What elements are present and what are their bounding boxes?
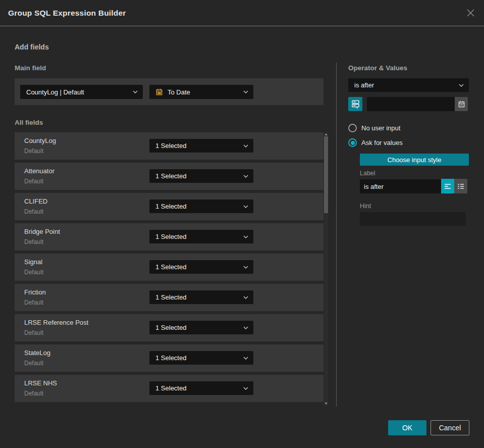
field-type: Default xyxy=(24,178,43,185)
field-type: Default xyxy=(24,147,43,155)
field-list-item: StateLog Default 1 Selected xyxy=(15,344,324,372)
value-input[interactable] xyxy=(367,97,455,111)
field-values-dropdown-value: 1 Selected xyxy=(155,172,186,180)
value-type-button[interactable] xyxy=(348,97,362,111)
field-values-dropdown[interactable]: 1 Selected xyxy=(149,321,253,334)
chevron-down-icon xyxy=(243,387,248,390)
field-list-item: Signal Default 1 Selected xyxy=(15,254,324,281)
field-values-dropdown[interactable]: 1 Selected xyxy=(149,169,253,183)
field-values-dropdown-value: 1 Selected xyxy=(155,354,186,362)
close-icon xyxy=(466,8,475,18)
field-values-dropdown[interactable]: 1 Selected xyxy=(149,200,253,213)
field-name: Attenuator xyxy=(24,167,55,175)
cancel-button[interactable]: Cancel xyxy=(431,420,469,435)
chevron-down-icon xyxy=(243,266,248,269)
chevron-down-icon xyxy=(243,205,248,208)
field-type: Default xyxy=(24,269,43,276)
field-values-dropdown[interactable]: 1 Selected xyxy=(149,260,253,274)
radio-label: No user input xyxy=(361,124,400,132)
calendar-icon xyxy=(155,88,163,96)
chevron-down-icon xyxy=(243,326,248,329)
close-button[interactable] xyxy=(465,8,476,19)
field-type: Default xyxy=(24,360,43,367)
scrollbar-thumb[interactable] xyxy=(324,136,328,213)
field-values-dropdown-value: 1 Selected xyxy=(155,263,186,271)
add-fields-heading: Add fields xyxy=(15,43,49,51)
field-name: LRSE NHS xyxy=(24,379,57,387)
stacked-rows-icon xyxy=(351,99,360,109)
label-input-row xyxy=(360,179,467,193)
chevron-down-icon xyxy=(243,90,248,93)
chevron-down-icon xyxy=(133,90,138,93)
field-values-dropdown-value: 1 Selected xyxy=(155,203,186,210)
label-field-label: Label xyxy=(360,170,375,177)
radio-no-user-input[interactable]: No user input xyxy=(348,124,400,132)
label-input[interactable] xyxy=(360,179,441,193)
calendar-icon xyxy=(458,101,465,108)
field-list-item: Bridge Point Default 1 Selected xyxy=(15,223,324,251)
radio-label: Ask for values xyxy=(361,139,403,146)
date-picker-button[interactable] xyxy=(455,97,468,111)
all-fields-label: All fields xyxy=(15,119,43,126)
date-type-dropdown[interactable]: To Date xyxy=(149,85,253,99)
field-values-dropdown-value: 1 Selected xyxy=(155,293,186,301)
chevron-down-icon xyxy=(243,235,248,238)
field-name: Friction xyxy=(24,288,46,296)
operator-dropdown-value: is after xyxy=(354,81,374,89)
hint-field-label: Hint xyxy=(360,203,371,210)
align-left-icon xyxy=(444,183,451,189)
field-values-dropdown-value: 1 Selected xyxy=(155,233,186,240)
radio-icon xyxy=(348,138,357,147)
single-line-style-toggle[interactable] xyxy=(441,179,454,193)
field-type: Default xyxy=(24,299,43,306)
chevron-down-icon xyxy=(243,357,248,360)
field-values-dropdown[interactable]: 1 Selected xyxy=(149,230,253,243)
field-list-item: Friction Default 1 Selected xyxy=(15,284,324,311)
chevron-down-icon xyxy=(243,144,248,147)
chevron-down-icon xyxy=(243,296,248,299)
scroll-down-icon[interactable] xyxy=(325,403,328,405)
main-field-dropdown[interactable]: CountyLog | Default xyxy=(20,85,143,99)
radio-ask-for-values[interactable]: Ask for values xyxy=(348,138,403,147)
value-input-row xyxy=(348,97,469,111)
field-name: CLIFED xyxy=(24,197,47,205)
list-style-toggle[interactable] xyxy=(454,179,467,193)
list-icon xyxy=(457,183,464,189)
field-values-dropdown[interactable]: 1 Selected xyxy=(149,290,253,304)
field-values-dropdown-value: 1 Selected xyxy=(155,324,186,331)
main-field-dropdown-value: CountyLog | Default xyxy=(26,88,84,96)
field-list-item: Attenuator Default 1 Selected xyxy=(15,163,324,190)
dialog-title: Group SQL Expression Builder xyxy=(8,9,126,18)
field-list-scrollbar[interactable] xyxy=(324,132,328,406)
field-list-item: CountyLog Default 1 Selected xyxy=(15,132,324,160)
ok-button[interactable]: OK xyxy=(388,420,426,435)
chevron-down-icon xyxy=(459,84,464,87)
field-name: StateLog xyxy=(24,349,50,357)
field-list-item: CLIFED Default 1 Selected xyxy=(15,193,324,220)
scroll-up-icon[interactable] xyxy=(325,133,328,135)
field-name: CountyLog xyxy=(24,137,56,144)
date-type-dropdown-value: To Date xyxy=(168,88,190,96)
field-type: Default xyxy=(24,329,43,336)
field-type: Default xyxy=(24,390,43,397)
choose-input-style-button[interactable]: Choose input style xyxy=(360,154,469,166)
operator-dropdown[interactable]: is after xyxy=(348,78,469,92)
field-name: LRSE Reference Post xyxy=(24,319,88,326)
radio-icon xyxy=(348,124,357,132)
field-list-item: LRSE NHS Default 1 Selected xyxy=(15,375,324,402)
field-type: Default xyxy=(24,238,43,245)
field-name: Signal xyxy=(24,258,42,266)
titlebar: Group SQL Expression Builder xyxy=(0,0,484,26)
field-values-dropdown-value: 1 Selected xyxy=(155,142,186,150)
chevron-down-icon xyxy=(243,175,248,178)
field-values-dropdown[interactable]: 1 Selected xyxy=(149,139,253,153)
all-fields-list: CountyLog Default 1 Selected Attenuator … xyxy=(15,132,324,402)
field-values-dropdown[interactable]: 1 Selected xyxy=(149,351,253,365)
hint-input[interactable] xyxy=(360,212,466,226)
main-field-panel: CountyLog | Default To Date xyxy=(15,78,324,105)
field-values-dropdown[interactable]: 1 Selected xyxy=(149,381,253,395)
operator-values-heading: Operator & Values xyxy=(348,64,407,72)
main-field-label: Main field xyxy=(15,64,46,72)
group-sql-expression-builder-dialog: { "titlebar": { "title": "Group SQL Expr… xyxy=(0,0,484,448)
field-type: Default xyxy=(24,208,43,215)
